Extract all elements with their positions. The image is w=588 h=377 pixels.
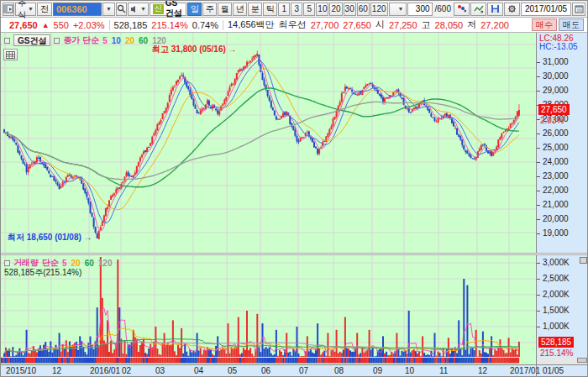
time-label-02: 02 — [122, 366, 131, 375]
asset-type-select[interactable]: 주식 ▼ — [15, 3, 36, 16]
low-price: 27,200 — [480, 20, 509, 30]
low-label: 저 — [467, 18, 476, 31]
tab-월[interactable]: 월 — [218, 3, 232, 16]
calendar-button[interactable] — [572, 3, 585, 16]
volume-axis[interactable]: 3,000K2,500K2,000K1,500K1,000K 528,185 2… — [536, 255, 588, 357]
visible-bars-input[interactable] — [407, 3, 433, 16]
price-tick — [537, 233, 540, 234]
code-dropdown-button[interactable]: ▼ — [102, 3, 115, 16]
current-price-box: 27,650 — [538, 104, 570, 115]
time-label-07: 07 — [299, 366, 308, 375]
price-tick — [537, 219, 540, 220]
price-axis[interactable]: LC:48.26 HC:-13.05 31,00030,00029,00028,… — [536, 33, 588, 253]
period-high-annotation: 최고 31,800 (05/16) → — [152, 44, 237, 55]
collapse-pane-icon[interactable] — [580, 257, 587, 264]
price-tick — [537, 191, 540, 191]
scroll-thumb[interactable] — [577, 358, 587, 363]
tab-주[interactable]: 주 — [202, 3, 217, 16]
tab-분[interactable]: 분 — [248, 3, 262, 16]
volume-tick-label: 2,500K — [543, 274, 570, 283]
window-panel-button[interactable] — [3, 3, 14, 16]
volume-pane[interactable]: 거래량 단순 52060120 528,185주(215.14%) — [1, 255, 536, 357]
stock-name-field[interactable]: 신 GS건설 — [150, 3, 187, 16]
price-tick-label: 30,000 — [543, 71, 569, 81]
time-label-09: 09 — [373, 366, 382, 375]
speaker-icon — [130, 5, 139, 13]
grid-tool-button[interactable] — [3, 49, 18, 60]
time-axis[interactable]: 2015/10122016/01020304050607080910111220… — [1, 364, 536, 377]
tab-일[interactable]: 일 — [187, 3, 202, 16]
tab-년[interactable]: 년 — [233, 3, 247, 16]
legend-stock-chip[interactable]: GS건설 — [13, 34, 50, 46]
buy-button[interactable]: 매수 — [532, 18, 557, 31]
best-quote-label: 최우선 — [279, 18, 307, 31]
volume-ma-period-labels: 52060120 — [62, 259, 113, 268]
volume-tick — [537, 327, 540, 327]
minimap-corner — [536, 357, 588, 364]
save-button[interactable] — [487, 3, 503, 16]
quote-bar: 27,650 ▲ 550 +2.03% 528,185 215.14% 0.74… — [1, 18, 587, 33]
interval-button-3[interactable]: 3 — [291, 3, 302, 16]
checkbox-icon[interactable] — [4, 260, 10, 266]
price-pane[interactable]: GS건설 종가 단순 5102060120 최고 31,800 (05/16) … — [1, 33, 536, 253]
interval-buttons: 13510203060120 — [278, 3, 387, 16]
jeon-label: 전 — [40, 3, 49, 15]
checkbox-icon[interactable] — [4, 38, 10, 44]
price-tick-label: 31,000 — [543, 57, 569, 66]
chart-date-input[interactable] — [521, 3, 571, 16]
custom-interval-select[interactable]: ▼ — [389, 3, 407, 16]
best-bid: 27,650 — [343, 20, 371, 30]
time-label-03: 03 — [155, 366, 165, 375]
volume-ma-period-120: 120 — [98, 259, 113, 268]
sound-button[interactable]: ▼ — [128, 3, 149, 16]
time-label-2015/10: 2015/10 — [6, 366, 36, 375]
settings-button[interactable] — [504, 3, 520, 16]
tab-틱[interactable]: 틱 — [263, 3, 277, 16]
price-tick — [537, 162, 540, 163]
trade-value: 14,656백만 — [228, 18, 275, 31]
chevron-down-icon: ▼ — [398, 6, 404, 12]
compare-button[interactable] — [454, 3, 470, 16]
time-axis-corner: 01/05 — [536, 364, 588, 377]
sell-button[interactable]: 매도 — [559, 18, 584, 31]
interval-button-5[interactable]: 5 — [303, 3, 315, 16]
save-disk-icon — [491, 4, 500, 13]
price-tick-label: 23,000 — [543, 171, 569, 181]
search-icon — [117, 4, 126, 13]
price-tick-label: 26,000 — [543, 128, 569, 138]
minimap-strip-chart — [1, 357, 536, 364]
interval-button-1[interactable]: 1 — [278, 3, 290, 16]
interval-button-120[interactable]: 120 — [370, 3, 388, 16]
volume-tick-label: 3,000K — [543, 258, 570, 267]
trendline-button[interactable] — [470, 3, 486, 16]
price-tick — [537, 62, 540, 63]
time-label-05: 05 — [228, 366, 237, 375]
time-label-11: 11 — [439, 366, 448, 375]
high-label: 고 — [422, 18, 431, 31]
price-tick — [537, 176, 540, 177]
stock-chart-window: 주식 ▼ 전 ▼ ▼ 신 GS건설 일주월년분틱 13510203060120 … — [0, 0, 588, 377]
jeon-button[interactable]: 전 — [37, 3, 52, 16]
minimap-strip[interactable] — [1, 357, 536, 364]
interval-button-30[interactable]: 30 — [344, 3, 356, 16]
price-tick-label: 20,000 — [543, 214, 569, 223]
chart-toolbar: 주식 ▼ 전 ▼ ▼ 신 GS건설 일주월년분틱 13510203060120 … — [1, 1, 587, 18]
price-legend: GS건설 종가 단순 5102060120 — [4, 34, 166, 46]
search-button[interactable] — [116, 3, 127, 16]
time-label-2017/01: 2017/01 — [510, 366, 540, 375]
toolbar-icon-cluster — [454, 3, 585, 16]
interval-button-10[interactable]: 10 — [316, 3, 328, 16]
interval-button-60[interactable]: 60 — [357, 3, 370, 16]
checkbox-icon[interactable] — [54, 38, 60, 44]
volume-tick-label: 1,000K — [543, 322, 570, 331]
stock-code-input[interactable] — [53, 3, 102, 16]
ma-period-20: 20 — [125, 36, 134, 45]
time-label-10: 10 — [405, 366, 414, 375]
open-price: 27,250 — [389, 20, 417, 30]
interval-button-20[interactable]: 20 — [329, 3, 342, 16]
time-label-04: 04 — [194, 366, 203, 375]
zigzag-icon — [474, 4, 484, 13]
price-change: 550 — [54, 20, 69, 30]
current-volume-box: 528,185 — [538, 337, 574, 348]
chevron-down-icon: ▼ — [140, 6, 146, 12]
